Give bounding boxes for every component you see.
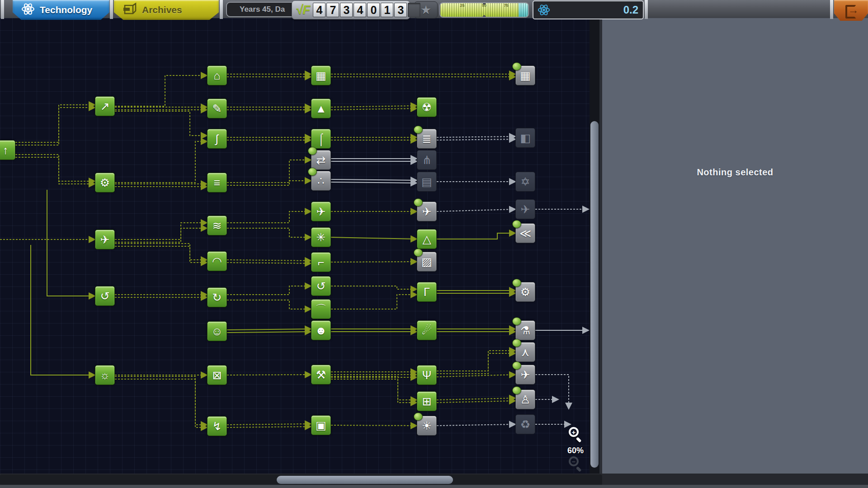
tech-node-experimental-plane[interactable]: ✈ <box>515 365 535 385</box>
layered-wings-icon: ≋ <box>212 220 222 231</box>
horizontal-scrollbar-thumb[interactable] <box>277 476 453 484</box>
tech-tree-edge <box>227 375 311 375</box>
tech-node-heavy-aircraft[interactable]: ✈ <box>311 202 331 221</box>
tech-node-rotor-craft[interactable]: ⋔ <box>417 150 437 170</box>
tab-archives[interactable]: Archives <box>114 0 219 20</box>
fuel-pump-icon: ⌠ <box>317 133 324 145</box>
tech-node-high-perf-fuel[interactable]: ≣ <box>417 129 437 149</box>
tech-node-telescope-science[interactable]: ☄ <box>417 320 437 340</box>
tech-node-hypersonic-flight[interactable]: ✈ <box>417 202 437 221</box>
circuit-chip-icon: ⊞ <box>422 396 432 407</box>
tech-node-resource-transfer[interactable]: ⇄ <box>311 150 331 170</box>
boom-crane-icon: ⌐ <box>318 257 325 268</box>
tech-node-runway-systems[interactable]: △ <box>417 229 437 249</box>
tech-node-command-modules[interactable]: ☺ <box>207 321 227 341</box>
tech-node-fuel-systems[interactable]: ∫ <box>207 129 227 149</box>
tech-node-basic-science[interactable]: ☼ <box>95 365 115 385</box>
gyro-brackets-icon: ↺ <box>316 281 326 292</box>
tech-node-satellite-comms[interactable]: Ψ <box>417 365 437 385</box>
tech-tree-edge <box>227 260 311 261</box>
funds-digit-empty <box>408 3 420 17</box>
tech-node-mega-construction[interactable]: ▦ <box>515 66 535 85</box>
panel-seam <box>599 18 602 474</box>
zoom-out-button[interactable]: − <box>568 456 583 474</box>
pattern-swatch-icon: ▨ <box>421 256 432 267</box>
multi-engine-plane-icon: ✈ <box>316 206 326 217</box>
tech-node-electronics[interactable]: ⊞ <box>417 391 437 411</box>
tech-node-engine-components[interactable]: ⚙ <box>515 282 535 302</box>
tech-tree-edge <box>331 182 417 183</box>
science-atom-icon <box>537 3 551 17</box>
research-available-badge <box>512 317 521 325</box>
radiation-trefoil-icon: ☢ <box>422 102 432 113</box>
tab-technology[interactable]: Technology <box>13 0 109 20</box>
tech-tree-edge <box>227 329 311 330</box>
tech-tree-edge <box>331 106 417 107</box>
zoom-level-label: 60% <box>560 446 591 455</box>
tech-node-flight-control[interactable]: ↺ <box>95 286 115 306</box>
vertical-scrollbar-track[interactable] <box>590 18 599 474</box>
tech-node-camo-materials[interactable]: ▨ <box>417 252 437 272</box>
tech-node-boom-crane[interactable]: ⌐ <box>311 252 331 272</box>
lab-flask-icon: ⚗ <box>520 325 530 336</box>
tech-node-electrics[interactable]: ↯ <box>207 416 227 436</box>
tech-node-heavy-structures[interactable]: ⚒ <box>311 365 331 385</box>
tech-node-eva-equipment[interactable]: ☻ <box>311 320 331 340</box>
tech-node-rover-convoy[interactable]: ◧ <box>515 128 535 148</box>
tech-node-battery-tech[interactable]: ▣ <box>311 415 331 435</box>
reputation-cyan-segment <box>519 3 528 17</box>
tech-tree-edge <box>227 427 311 427</box>
nothing-selected-text: Nothing selected <box>602 167 868 178</box>
tech-tree-canvas[interactable]: ↑↗⚙✈↺☼⌂✎∫≡≋◠↻☺⊠↯▦▲⌠⇄∴✈✳⌐↺⌒☻⚒▣☢≣⋔▤✈△▨Γ☄Ψ⊞… <box>0 18 602 474</box>
engine-girder-icon: ⚙ <box>100 177 110 188</box>
tech-node-advanced-aero[interactable]: ≋ <box>207 216 227 235</box>
tech-tree-edge <box>227 211 311 223</box>
tech-node-sleek-rocket[interactable]: ▲ <box>311 99 331 118</box>
zoom-in-button[interactable]: + <box>568 427 583 445</box>
tech-node-advanced-gyro[interactable]: ↺ <box>311 276 331 296</box>
tech-node-dome-base[interactable]: ⌒ <box>311 299 331 319</box>
fork-tail-plane-icon: ✈ <box>521 204 530 215</box>
city-buildings-icon: ▦ <box>520 70 531 81</box>
tech-node-science-lab[interactable]: ⚗ <box>515 320 535 340</box>
tech-node-probe-arm[interactable]: Γ <box>417 282 437 302</box>
x-plane-icon: ✈ <box>521 369 530 380</box>
tech-node-landing[interactable]: ◠ <box>207 251 227 271</box>
tech-node-air-intakes[interactable]: ≪ <box>515 223 535 243</box>
horizontal-scrollbar-track[interactable] <box>0 474 602 485</box>
tech-node-automation[interactable]: ♙ <box>515 389 535 409</box>
tech-node-nano-materials[interactable]: ✡ <box>515 172 535 192</box>
truck-convoy-icon: ◧ <box>520 132 531 144</box>
tech-node-aerodynamics[interactable]: ✎ <box>207 99 227 118</box>
tech-node-fuel-station[interactable]: ⌠ <box>311 129 331 149</box>
funds-digit: 3 <box>340 3 353 17</box>
tech-node-landing-struts[interactable]: ⋏ <box>515 342 535 362</box>
missile-rocket-icon: ↗ <box>100 101 110 112</box>
tech-node-nuclear-propulsion[interactable]: ☢ <box>417 97 437 117</box>
tech-tree-edge <box>115 228 207 242</box>
tech-node-structural-panels[interactable]: ⊠ <box>207 365 227 385</box>
tech-node-fork-tail-aircraft[interactable]: ✈ <box>515 199 535 219</box>
exit-button[interactable]: → <box>834 0 868 21</box>
tech-node-structures[interactable]: ≡ <box>207 173 227 192</box>
tech-node-start-pod[interactable]: ↑ <box>0 140 15 160</box>
tech-node-recycling[interactable]: ♻ <box>515 414 535 434</box>
tech-node-solar-power[interactable]: ☀ <box>417 416 437 436</box>
tech-tree-edge <box>331 425 417 426</box>
tech-node-launch-tower[interactable]: ⌂ <box>207 66 227 85</box>
tech-node-heavy-rocketry[interactable]: ▦ <box>311 66 331 85</box>
tech-node-aviation[interactable]: ✈ <box>95 230 115 249</box>
stacked-plates-icon: ≡ <box>214 177 221 188</box>
vertical-scrollbar-thumb[interactable] <box>590 121 599 468</box>
tech-node-engineering[interactable]: ⚙ <box>95 173 115 192</box>
tech-tree-edge <box>15 108 95 145</box>
tech-tree-edge <box>31 245 95 375</box>
fuel-hose-icon: ∫ <box>216 133 219 145</box>
tech-node-basic-rocketry[interactable]: ↗ <box>95 96 115 116</box>
tech-node-reaction-wheels[interactable]: ↻ <box>207 287 227 307</box>
tech-node-composite-plates[interactable]: ▤ <box>417 172 437 192</box>
tech-node-engine-cluster[interactable]: ∴ <box>311 171 331 191</box>
crane-pod-icon: Γ <box>424 286 430 298</box>
research-available-badge <box>414 126 423 134</box>
tech-node-turbines[interactable]: ✳ <box>311 227 331 247</box>
